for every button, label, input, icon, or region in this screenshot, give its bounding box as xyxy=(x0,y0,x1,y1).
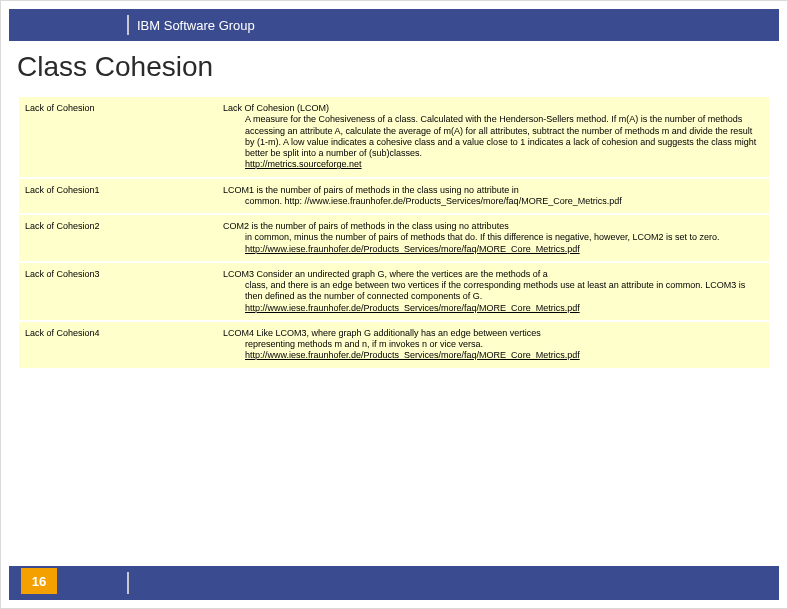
metric-desc: common. http: //www.iese.fraunhofer.de/P… xyxy=(223,196,763,207)
metric-head: Lack Of Cohesion (LCOM) xyxy=(223,103,763,114)
metric-desc: A measure for the Cohesiveness of a clas… xyxy=(223,114,763,159)
metric-def: Lack Of Cohesion (LCOM) A measure for th… xyxy=(223,103,763,171)
metric-name: Lack of Cohesion xyxy=(25,103,223,171)
metric-def: LCOM3 Consider an undirected graph G, wh… xyxy=(223,269,763,314)
metric-head: LCOM3 Consider an undirected graph G, wh… xyxy=(223,269,763,280)
page-title: Class Cohesion xyxy=(17,51,213,83)
metric-desc: class, and there is an edge between two … xyxy=(223,280,763,303)
metric-head: LCOM4 Like LCOM3, where graph G addition… xyxy=(223,328,763,339)
metrics-table: Lack of Cohesion Lack Of Cohesion (LCOM)… xyxy=(19,97,769,368)
header-divider xyxy=(127,15,129,35)
metric-name: Lack of Cohesion3 xyxy=(25,269,223,314)
metric-name: Lack of Cohesion4 xyxy=(25,328,223,362)
metric-link[interactable]: http://metrics.sourceforge.net xyxy=(245,159,362,169)
header-group-title: IBM Software Group xyxy=(137,18,255,33)
metric-def: LCOM1 is the number of pairs of methods … xyxy=(223,185,763,208)
metric-head: LCOM1 is the number of pairs of methods … xyxy=(223,185,763,196)
table-row: Lack of Cohesion3 LCOM3 Consider an undi… xyxy=(19,263,769,322)
page-number: 16 xyxy=(21,568,57,594)
metric-head: COM2 is the number of pairs of methods i… xyxy=(223,221,763,232)
footer-divider xyxy=(127,572,129,594)
metric-name: Lack of Cohesion2 xyxy=(25,221,223,255)
metric-desc: in common, minus the number of pairs of … xyxy=(223,232,763,243)
table-row: Lack of Cohesion2 COM2 is the number of … xyxy=(19,215,769,263)
metric-name: Lack of Cohesion1 xyxy=(25,185,223,208)
footer-band xyxy=(9,566,779,600)
table-row: Lack of Cohesion1 LCOM1 is the number of… xyxy=(19,179,769,216)
table-row: Lack of Cohesion Lack Of Cohesion (LCOM)… xyxy=(19,97,769,179)
header-band: IBM Software Group xyxy=(9,9,779,41)
metric-def: COM2 is the number of pairs of methods i… xyxy=(223,221,763,255)
metric-link[interactable]: http://www.iese.fraunhofer.de/Products_S… xyxy=(245,244,580,254)
metric-desc: representing methods m and n, if m invok… xyxy=(223,339,763,350)
metric-link[interactable]: http://www.iese.fraunhofer.de/Products_S… xyxy=(245,350,580,360)
metric-def: LCOM4 Like LCOM3, where graph G addition… xyxy=(223,328,763,362)
metric-link[interactable]: http://www.iese.fraunhofer.de/Products_S… xyxy=(245,303,580,313)
table-row: Lack of Cohesion4 LCOM4 Like LCOM3, wher… xyxy=(19,322,769,368)
slide: IBM Software Group Class Cohesion Lack o… xyxy=(0,0,788,609)
